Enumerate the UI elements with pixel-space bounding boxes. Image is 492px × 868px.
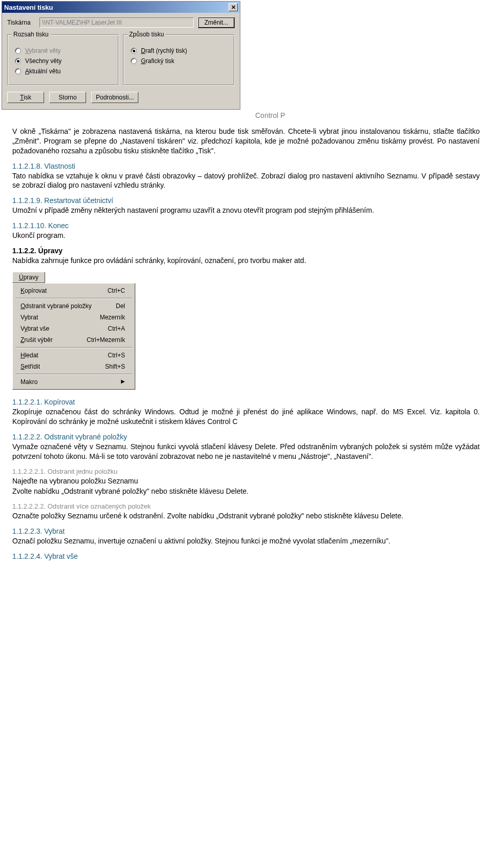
heading-vybrat-vse: 1.1.2.2.4. Vybrat vše [12,552,480,560]
p-tiskarna: V okně „Tiskárna" je zobrazena nastavená… [12,127,480,156]
p-konec: Ukončí program. [12,231,480,240]
heading-vlastnosti: 1.1.2.1.8. Vlastnosti [12,162,480,170]
dialog-title: Nastavení tisku [4,4,53,11]
radio-icon [15,48,21,54]
menu-item-kopirovat[interactable]: Kopírovat Ctrl+C [14,285,133,296]
menu-separator [15,347,132,348]
menu-label: Hledat [20,352,38,359]
dialog-buttons: Tisk Storno Podrobnosti... [7,92,235,103]
printer-row: Tiskárna \\NT-VALMEZ\HP LaserJet III Změ… [7,17,235,28]
close-icon[interactable]: ✕ [229,3,238,11]
opt-draft[interactable]: Draft (rychlý tisk) [131,47,227,54]
dialog-titlebar: Nastavení tisku ✕ [2,2,240,13]
radio-icon [15,68,21,74]
p-odstr1a: Najeďte na vybranou položku Seznamu [12,476,480,486]
opt-selected[interactable]: Vybrané věty [15,47,111,54]
p-vybrat: Označí položku Seznamu, invertuje označe… [12,536,480,546]
heading-vybrat: 1.1.2.2.3. Vybrat [12,527,480,535]
mode-legend: Způsob tisku [128,31,166,38]
opt-current-label: Aktuální větu [25,68,60,75]
heading-odstr1: 1.1.2.2.2.1. Odstranit jednu položku [12,468,480,475]
heading-upravy: 1.1.2.2. Úpravy [12,247,480,255]
opt-draft-label: Draft (rychlý tisk) [141,47,187,54]
opt-all[interactable]: Všechny věty [15,57,111,65]
menu-item-setridit[interactable]: Setřídit Shift+S [14,361,133,372]
menu-shortcut: Ctrl+C [108,287,125,294]
opt-all-label: Všechny věty [25,57,61,65]
menu-label: Vybrat vše [20,325,49,332]
menu-item-vybrat-vse[interactable]: Vybrat vše Ctrl+A [14,323,133,334]
menu-item-odstranit[interactable]: Odstranit vybrané položky Del [14,300,133,312]
print-settings-dialog: Nastavení tisku ✕ Tiskárna \\NT-VALMEZ\H… [2,1,240,110]
menu-shortcut: Ctrl+Mezerník [87,336,125,344]
print-button[interactable]: Tisk [7,92,44,103]
p-odstr2: Označte položky Seznamu určené k odstran… [12,511,480,521]
menu-label: Zrušit výběr [20,336,53,344]
opt-current[interactable]: Aktuální větu [15,68,111,75]
menu-label: Makro [20,378,37,386]
range-legend: Rozsah tisku [12,31,50,38]
document-body: Control P V okně „Tiskárna" je zobrazena… [0,111,492,582]
menu-label: Odstranit vybrané položky [20,302,92,310]
radio-icon [131,58,137,64]
upravy-menu-popup: Kopírovat Ctrl+C Odstranit vybrané polož… [12,283,135,390]
opt-graphic-label: Grafický tisk [141,57,174,65]
change-printer-button[interactable]: Změnit... [198,17,235,28]
p-odstranit: Vymaže označené věty v Seznamu. Stejnou … [12,442,480,461]
menu-shortcut: Ctrl+A [108,325,125,332]
p-upravy: Nabídka zahrnuje funkce pro ovládání sch… [12,256,480,266]
menu-item-makro[interactable]: Makro ▶ [14,376,133,388]
menu-separator [15,374,132,375]
menu-item-vybrat[interactable]: Vybrat Mezerník [14,312,133,323]
submenu-arrow-icon: ▶ [121,378,125,386]
shortcut-control-p: Control P [12,111,480,120]
opt-graphic[interactable]: Grafický tisk [131,57,227,65]
upravy-menu-button[interactable]: Úpravy [12,272,45,283]
radio-icon [15,58,21,64]
mode-group: Způsob tisku Draft (rychlý tisk) Grafick… [123,34,235,86]
range-group: Rozsah tisku Vybrané věty Všechny věty A… [7,34,119,86]
menu-separator [15,298,132,299]
heading-odstranit: 1.1.2.2.2. Odstranit vybrané položky [12,433,480,441]
p-restart: Umožní v případě změny některých nastave… [12,206,480,215]
menu-shortcut: Ctrl+S [108,352,125,359]
printer-label: Tiskárna [7,19,35,26]
opt-selected-label: Vybrané věty [25,47,61,54]
heading-kopirovat: 1.1.2.2.1. Kopírovat [12,398,480,406]
details-button[interactable]: Podrobnosti... [91,92,138,103]
menu-item-hledat[interactable]: Hledat Ctrl+S [14,350,133,361]
heading-restart: 1.1.2.1.9. Restartovat účetnictví [12,196,480,205]
heading-konec: 1.1.2.1.10. Konec [12,221,480,230]
heading-odstr2: 1.1.2.2.2.2. Odstranit více označených p… [12,502,480,510]
printer-value: \\NT-VALMEZ\HP LaserJet III [39,17,194,28]
menu-label: Setřídit [20,363,40,370]
p-vlastnosti: Tato nabídka se vztahuje k oknu v pravé … [12,171,480,191]
cancel-button[interactable]: Storno [49,92,86,103]
menu-shortcut: Del [116,302,125,310]
p-kopirovat: Zkopíruje označenou část do schránky Win… [12,407,480,427]
menu-label: Kopírovat [20,287,47,294]
menu-shortcut: Mezerník [100,314,125,321]
menu-label: Vybrat [20,314,38,321]
radio-icon [131,48,137,54]
menu-shortcut: Shift+S [105,363,125,370]
upravy-menu: Úpravy Kopírovat Ctrl+C Odstranit vybran… [12,272,135,390]
dialog-body: Tiskárna \\NT-VALMEZ\HP LaserJet III Změ… [2,13,240,109]
p-odstr1b: Zvolte nabídku „Odstranit vybrané položk… [12,487,480,496]
menu-item-zrusit-vyber[interactable]: Zrušit výběr Ctrl+Mezerník [14,334,133,346]
